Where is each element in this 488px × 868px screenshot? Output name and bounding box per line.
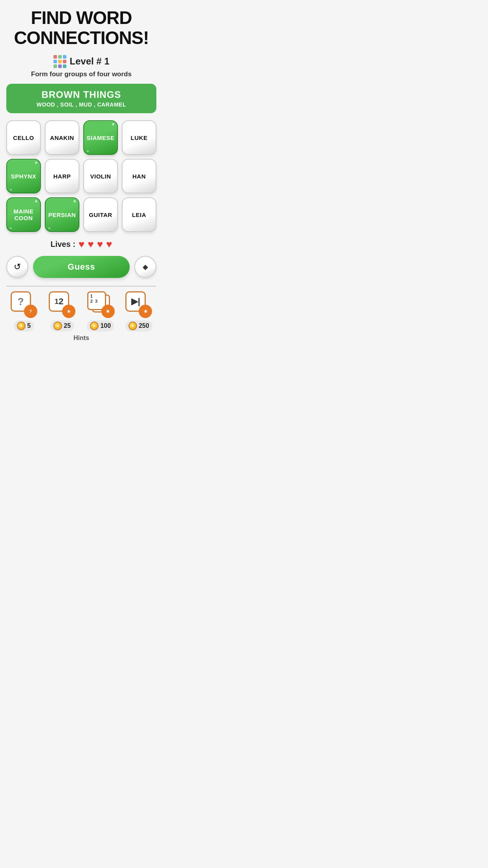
hint-play-icon: ▶| ★ bbox=[125, 291, 152, 318]
tile-persian[interactable]: PERSIAN bbox=[45, 197, 79, 232]
tile-siamese[interactable]: SIAMESE bbox=[83, 120, 118, 155]
tile-sphynx[interactable]: SPHYNX bbox=[6, 159, 41, 193]
tile-guitar[interactable]: GUITAR bbox=[83, 197, 118, 232]
coin-icon: ★ bbox=[90, 322, 99, 330]
coin-icon: ★ bbox=[53, 322, 62, 330]
svg-rect-5 bbox=[63, 60, 66, 63]
tile-violin[interactable]: VIOLIN bbox=[83, 159, 118, 193]
coin-icon: ★ bbox=[128, 322, 137, 330]
hint-1-cost: ★ 5 bbox=[14, 320, 34, 331]
hint-play-badge: ★ bbox=[139, 305, 152, 318]
page-title: FIND WORD CONNECTIONS! bbox=[14, 8, 149, 48]
level-number: Level # 1 bbox=[70, 56, 109, 67]
hint-question-icon: ? ? bbox=[11, 291, 37, 318]
hint-12-badge: ★ bbox=[62, 305, 75, 318]
heart-2: ♥ bbox=[88, 238, 94, 250]
hint-reveal-two[interactable]: 12 ★ ★ 25 bbox=[45, 291, 80, 331]
level-row: Level # 1 bbox=[53, 55, 109, 68]
tile-luke[interactable]: LUKE bbox=[122, 120, 156, 155]
guess-button[interactable]: Guess bbox=[33, 256, 130, 278]
hint-skip[interactable]: ▶| ★ ★ 250 bbox=[121, 291, 157, 331]
svg-rect-6 bbox=[53, 64, 57, 68]
level-icon bbox=[53, 55, 66, 68]
hint-4-cost: ★ 250 bbox=[125, 320, 152, 331]
tile-han[interactable]: HAN bbox=[122, 159, 156, 193]
heart-4: ♥ bbox=[106, 238, 112, 250]
actions-row: ↺ Guess ◆ bbox=[6, 256, 156, 278]
eraser-icon: ◆ bbox=[143, 263, 148, 271]
solved-group-title: BROWN THINGS bbox=[14, 89, 149, 100]
hint-reveal-all[interactable]: 4 1 2 3 ★ ★ 100 bbox=[83, 291, 118, 331]
svg-rect-2 bbox=[63, 55, 66, 59]
shuffle-icon: ↺ bbox=[14, 262, 21, 272]
tiles-grid: CELLOANAKINSIAMESELUKESPHYNXHARPVIOLINHA… bbox=[6, 120, 156, 232]
badge-icon: ★ bbox=[65, 308, 72, 315]
eraser-button[interactable]: ◆ bbox=[134, 256, 156, 278]
svg-text:★: ★ bbox=[67, 309, 71, 314]
hints-grid: ? ? ★ 5 12 ★ ★ bbox=[6, 291, 156, 331]
hint-question-badge: ? bbox=[24, 305, 37, 318]
shuffle-button[interactable]: ↺ bbox=[6, 256, 28, 278]
svg-rect-1 bbox=[58, 55, 62, 59]
tile-leia[interactable]: LEIA bbox=[122, 197, 156, 232]
coin-icon: ★ bbox=[17, 322, 26, 330]
solved-banner: BROWN THINGS WOOD , SOIL , MUD , CARAMEL bbox=[6, 84, 156, 113]
hints-label: Hints bbox=[6, 335, 156, 342]
tile-anakin[interactable]: ANAKIN bbox=[45, 120, 79, 155]
svg-rect-4 bbox=[58, 60, 62, 63]
heart-3: ♥ bbox=[97, 238, 103, 250]
svg-rect-3 bbox=[53, 60, 57, 63]
lives-row: Lives : ♥ ♥ ♥ ♥ bbox=[50, 238, 112, 250]
hint-question[interactable]: ? ? ★ 5 bbox=[6, 291, 42, 331]
tile-harp[interactable]: HARP bbox=[45, 159, 79, 193]
svg-rect-7 bbox=[58, 64, 62, 68]
hint-2-cost: ★ 25 bbox=[50, 320, 74, 331]
game-subtitle: Form four groups of four words bbox=[31, 70, 132, 78]
svg-rect-8 bbox=[63, 64, 66, 68]
heart-1: ♥ bbox=[79, 238, 84, 250]
hint-123-icon: 4 1 2 3 ★ bbox=[86, 291, 115, 318]
hint-3-cost: ★ 100 bbox=[87, 320, 114, 331]
hint-12-icon: 12 ★ bbox=[49, 291, 75, 318]
tile-cello[interactable]: CELLO bbox=[6, 120, 41, 155]
solved-group-words: WOOD , SOIL , MUD , CARAMEL bbox=[14, 101, 149, 108]
tile-maine-coon[interactable]: MAINE COON bbox=[6, 197, 41, 232]
lives-label: Lives : bbox=[50, 240, 75, 249]
svg-rect-0 bbox=[53, 55, 57, 59]
hints-section: ? ? ★ 5 12 ★ ★ bbox=[6, 286, 156, 342]
hint-123-badge: ★ bbox=[101, 305, 115, 318]
